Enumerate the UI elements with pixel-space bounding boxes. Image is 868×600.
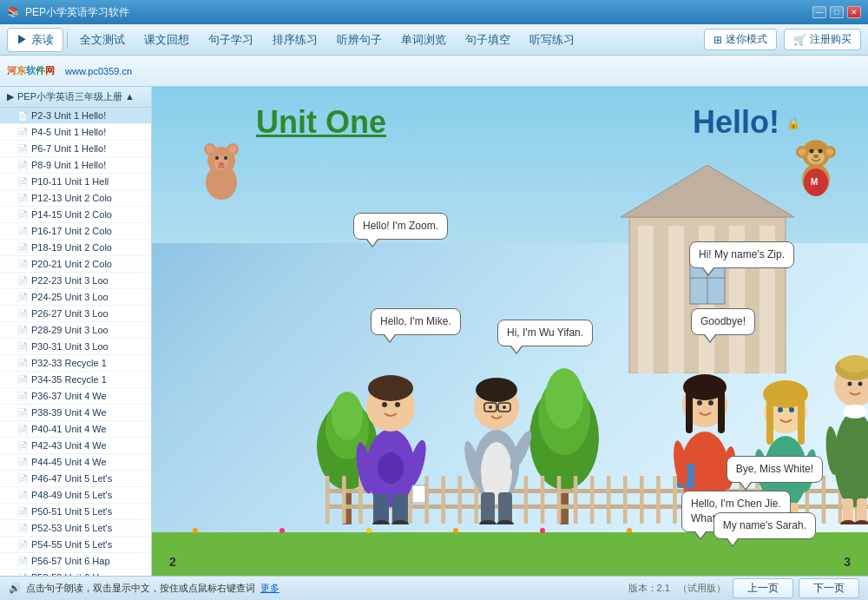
sidebar-item-0[interactable]: 📄 P2-3 Unit 1 Hello!	[0, 108, 151, 124]
nav-item-vocab[interactable]: 单词浏览	[392, 29, 455, 51]
sidebar-item-23[interactable]: 📄 P48-49 Unit 5 Let's	[0, 487, 151, 504]
page-icon-11: 📄	[17, 293, 28, 302]
register-button[interactable]: 🛒 注册购买	[784, 29, 861, 50]
page-icon-24: 📄	[17, 507, 28, 517]
sidebar-item-19[interactable]: 📄 P40-41 Unit 4 We	[0, 421, 151, 438]
speech-bubble-wuyifan[interactable]: Hi, I'm Wu Yifan.	[497, 320, 593, 346]
sidebar-item-7[interactable]: 📄 P16-17 Unit 2 Colo	[0, 223, 151, 240]
sidebar-item-8[interactable]: 📄 P18-19 Unit 2 Colo	[0, 240, 151, 256]
maximize-button[interactable]: □	[830, 6, 844, 18]
sidebar-item-21[interactable]: 📄 P44-45 Unit 4 We	[0, 454, 151, 471]
sidebar-item-2[interactable]: 📄 P6-7 Unit 1 Hello!	[0, 141, 151, 157]
sidebar-item-9[interactable]: 📄 P20-21 Unit 2 Colo	[0, 256, 151, 273]
nav-item-read[interactable]: ▶ 亲读	[7, 28, 63, 52]
sidebar-item-11[interactable]: 📄 P24-25 Unit 3 Loo	[0, 289, 151, 306]
sidebar-item-label-11: P24-25 Unit 3 Loo	[31, 292, 108, 302]
svg-point-19	[819, 149, 823, 154]
sidebar-item-14[interactable]: 📄 P30-31 Unit 3 Loo	[0, 339, 151, 355]
sidebar-item-1[interactable]: 📄 P4-5 Unit 1 Hello!	[0, 124, 151, 141]
page-navigation: 上一页 下一页	[733, 578, 859, 598]
nav-item-fill[interactable]: 句子填空	[457, 29, 519, 51]
speech-bubble-mike[interactable]: Hello, I'm Mike.	[371, 308, 461, 335]
minimize-button[interactable]: —	[812, 6, 826, 18]
bear-decoration	[195, 139, 247, 200]
content-area[interactable]: Unit One Hello! 🔒	[152, 87, 868, 576]
status-bar: 🔊 点击句子朗读，双击显示中文，按住或点鼠标右键查词 更多 版本：2.1 （试用…	[0, 576, 868, 600]
nav-item-sort[interactable]: 排序练习	[264, 29, 326, 51]
nav-item-dictation[interactable]: 听写练习	[521, 29, 583, 51]
status-left: 🔊 点击句子朗读，双击显示中文，按住或点鼠标右键查词 更多	[9, 582, 279, 595]
svg-point-5	[229, 146, 236, 153]
svg-point-117	[697, 400, 702, 405]
svg-point-118	[708, 400, 713, 405]
character-misswhite	[820, 316, 868, 528]
sidebar-item-label-10: P22-23 Unit 3 Loo	[31, 275, 108, 286]
sidebar-item-24[interactable]: 📄 P50-51 Unit 5 Let's	[0, 504, 151, 520]
sidebar-item-17[interactable]: 📄 P36-37 Unit 4 We	[0, 388, 151, 405]
sidebar-item-13[interactable]: 📄 P28-29 Unit 3 Loo	[0, 322, 151, 339]
svg-point-18	[810, 149, 814, 154]
page-icon-10: 📄	[17, 276, 28, 286]
speech-text-mike: Hello, I'm Mike.	[380, 315, 451, 327]
svg-rect-116	[718, 390, 725, 433]
more-link[interactable]: 更多	[260, 582, 279, 595]
speech-bubble-goodbye[interactable]: Goodbye!	[691, 308, 755, 335]
sidebar-item-27[interactable]: 📄 P56-57 Unit 6 Hap	[0, 553, 151, 570]
sidebar-item-label-12: P26-27 Unit 3 Loo	[31, 308, 108, 319]
next-page-button[interactable]: 下一页	[799, 578, 859, 598]
sidebar-item-25[interactable]: 📄 P52-53 Unit 5 Let's	[0, 520, 151, 537]
sidebar-item-label-6: P14-15 Unit 2 Colo	[31, 209, 112, 220]
sidebar-item-label-17: P36-37 Unit 4 We	[31, 391, 107, 401]
page-icon-23: 📄	[17, 491, 28, 500]
sidebar-header[interactable]: ▶ PEP小学英语三年级上册 ▲	[0, 87, 151, 108]
nav-item-fulltest[interactable]: 全文测试	[71, 29, 134, 51]
page-icon-12: 📄	[17, 309, 28, 319]
sidebar-item-28[interactable]: 📄 P58-59 Unit 6 Hap	[0, 570, 151, 576]
sidebar-item-12[interactable]: 📄 P26-27 Unit 3 Loo	[0, 306, 151, 322]
sidebar-item-label-18: P38-39 Unit 4 We	[31, 407, 107, 418]
svg-rect-55	[541, 476, 545, 524]
svg-rect-43	[342, 476, 346, 524]
sidebar-item-15[interactable]: 📄 P32-33 Recycle 1	[0, 355, 151, 372]
nav-separator	[67, 31, 68, 49]
speech-text-wuyifan: Hi, I'm Wu Yifan.	[507, 326, 583, 339]
mini-mode-button[interactable]: ⊞ 迷你模式	[704, 29, 777, 50]
toolbar-url: www.pc0359.cn	[65, 66, 132, 76]
cart-icon: 🛒	[793, 34, 806, 46]
speech-bubble-zip[interactable]: Hi! My name's Zip.	[689, 241, 794, 268]
svg-text:M: M	[811, 177, 818, 187]
nav-item-listen[interactable]: 听辨句子	[328, 29, 391, 51]
sidebar-item-3[interactable]: 📄 P8-9 Unit 1 Hello!	[0, 157, 151, 174]
svg-rect-61	[640, 476, 644, 524]
unit-title[interactable]: Unit One	[256, 104, 386, 141]
title-bar-left: 📚 PEP小学英语学习软件	[7, 5, 129, 20]
prev-page-button[interactable]: 上一页	[733, 578, 793, 598]
sidebar-item-20[interactable]: 📄 P42-43 Unit 4 We	[0, 438, 151, 454]
speech-text-zoom: Hello! I'm Zoom.	[363, 220, 438, 232]
sidebar-item-18[interactable]: 📄 P38-39 Unit 4 We	[0, 405, 151, 421]
speech-bubble-sarah[interactable]: My name's Sarah.	[713, 512, 816, 539]
page-icon-18: 📄	[17, 408, 28, 418]
nav-item-review[interactable]: 课文回想	[135, 29, 198, 51]
svg-rect-62	[656, 476, 661, 524]
main-layout: ▶ PEP小学英语三年级上册 ▲ 📄 P2-3 Unit 1 Hello! 📄 …	[0, 87, 868, 576]
sidebar-item-4[interactable]: 📄 P10-11 Unit 1 Hell	[0, 174, 151, 190]
sidebar-item-5[interactable]: 📄 P12-13 Unit 2 Colo	[0, 190, 151, 207]
lesson-title[interactable]: Hello! 🔒	[693, 104, 799, 141]
speech-bubble-zoom[interactable]: Hello! I'm Zoom.	[353, 213, 448, 240]
sidebar-item-16[interactable]: 📄 P34-35 Recycle 1	[0, 372, 151, 388]
sidebar-item-26[interactable]: 📄 P54-55 Unit 5 Let's	[0, 537, 151, 553]
svg-point-4	[207, 146, 214, 153]
page-icon-16: 📄	[17, 375, 28, 385]
svg-point-88	[395, 402, 400, 407]
svg-point-77	[279, 528, 285, 533]
svg-point-105	[503, 405, 506, 409]
sidebar-item-10[interactable]: 📄 P22-23 Unit 3 Loo	[0, 273, 151, 289]
close-button[interactable]: ✕	[847, 6, 861, 18]
sidebar-item-label-24: P50-51 Unit 5 Let's	[31, 506, 112, 517]
sidebar-item-label-23: P48-49 Unit 5 Let's	[31, 490, 112, 500]
nav-item-sentence[interactable]: 句子学习	[200, 29, 262, 51]
speech-bubble-bye[interactable]: Bye, Miss White!	[727, 456, 823, 483]
sidebar-item-22[interactable]: 📄 P46-47 Unit 5 Let's	[0, 471, 151, 487]
sidebar-item-6[interactable]: 📄 P14-15 Unit 2 Colo	[0, 207, 151, 223]
